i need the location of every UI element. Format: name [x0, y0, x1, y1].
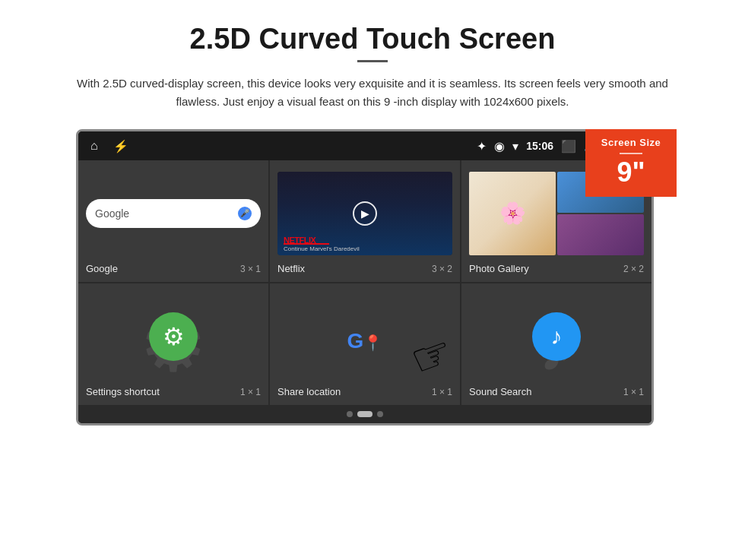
- sound-search-cell[interactable]: ♪ ♪ Sound Search 1 × 1: [461, 283, 651, 405]
- netflix-subtitle: Continue Marvel's Daredevil: [284, 245, 360, 252]
- netflix-play-button[interactable]: ▶: [353, 201, 377, 226]
- bluetooth-icon: ✦: [477, 139, 487, 153]
- location-icon: ◉: [494, 139, 505, 153]
- page-description: With 2.5D curved-display screen, this de…: [61, 74, 684, 111]
- badge-size: 9": [591, 159, 670, 186]
- netflix-app-name: Netflix: [277, 263, 305, 274]
- app-grid: Google 🎤 Google 3 × 1 ▶ NETFLIX: [78, 160, 651, 405]
- google-widget-area: Google 🎤: [86, 168, 261, 258]
- sound-search-footer: Sound Search 1 × 1: [469, 381, 644, 397]
- netflix-app-size: 3 × 2: [432, 264, 452, 274]
- google-logo: Google: [95, 207, 129, 220]
- status-bar: ⌂ ⚡ ✦ ◉ ▾ 15:06 ⬛ 🔊 ✕ ⬜: [78, 131, 651, 160]
- dot-1[interactable]: [347, 411, 353, 417]
- sound-search-content: ♪: [469, 291, 644, 381]
- share-location-cell[interactable]: G📍 ☞ Share location 1 × 1: [270, 283, 460, 405]
- device-frame: ⌂ ⚡ ✦ ◉ ▾ 15:06 ⬛ 🔊 ✕ ⬜ Google: [76, 129, 654, 426]
- dot-2[interactable]: [357, 411, 372, 417]
- wifi-icon: ▾: [512, 139, 518, 153]
- photo-gallery-app-size: 2 × 2: [623, 264, 644, 274]
- badge-divider: [620, 153, 642, 154]
- photo-sm-2: [557, 214, 644, 255]
- netflix-content: ▶ NETFLIX Continue Marvel's Daredevil: [277, 168, 452, 258]
- netflix-red-line: [284, 243, 329, 245]
- google-footer: Google 3 × 1: [86, 258, 261, 274]
- google-mic-icon[interactable]: 🎤: [238, 207, 252, 220]
- status-time: 15:06: [526, 140, 553, 152]
- sound-search-icon: ♪: [532, 312, 581, 361]
- netflix-preview: ▶ NETFLIX Continue Marvel's Daredevil: [277, 172, 452, 255]
- google-search-widget[interactable]: Google 🎤: [86, 199, 261, 228]
- share-location-app-size: 1 × 1: [432, 387, 452, 397]
- settings-app-size: 1 × 1: [240, 387, 261, 397]
- badge-label: Screen Size: [591, 137, 670, 148]
- google-app-size: 3 × 1: [240, 264, 261, 274]
- settings-footer: Settings shortcut 1 × 1: [86, 381, 261, 397]
- camera-icon[interactable]: ⬛: [561, 139, 576, 153]
- sound-search-app-size: 1 × 1: [623, 387, 644, 397]
- dot-3[interactable]: [377, 411, 383, 417]
- netflix-footer: Netflix 3 × 2: [277, 258, 452, 274]
- title-divider: [357, 60, 388, 62]
- screen-size-badge: Screen Size 9": [585, 129, 677, 197]
- photo-main: 🌸: [469, 172, 556, 255]
- maps-icon: G📍: [342, 314, 388, 359]
- settings-icon: ⚙: [149, 312, 198, 361]
- maps-logo: G📍: [347, 318, 383, 356]
- google-app-name: Google: [86, 263, 118, 274]
- netflix-cell[interactable]: ▶ NETFLIX Continue Marvel's Daredevil Ne…: [270, 160, 460, 282]
- flower-icon: 🌸: [499, 201, 526, 226]
- photo-gallery-footer: Photo Gallery 2 × 2: [469, 258, 644, 274]
- settings-cell[interactable]: ⚙ ⚙ Settings shortcut 1 × 1: [78, 283, 268, 405]
- page-title: 2.5D Curved Touch Screen: [190, 23, 556, 55]
- home-icon[interactable]: ⌂: [90, 139, 98, 153]
- status-left: ⌂ ⚡: [90, 139, 128, 153]
- settings-app-name: Settings shortcut: [86, 386, 160, 397]
- settings-content: ⚙: [86, 291, 261, 381]
- screen-wrapper: Screen Size 9" ⌂ ⚡ ✦ ◉ ▾ 15:06 ⬛ 🔊 ✕ ⬜: [76, 129, 669, 426]
- photo-gallery-app-name: Photo Gallery: [469, 263, 529, 274]
- page-indicator: [78, 405, 651, 423]
- share-location-app-name: Share location: [277, 386, 341, 397]
- google-cell[interactable]: Google 🎤 Google 3 × 1: [78, 160, 268, 282]
- usb-icon: ⚡: [113, 139, 128, 153]
- sound-search-app-name: Sound Search: [469, 386, 531, 397]
